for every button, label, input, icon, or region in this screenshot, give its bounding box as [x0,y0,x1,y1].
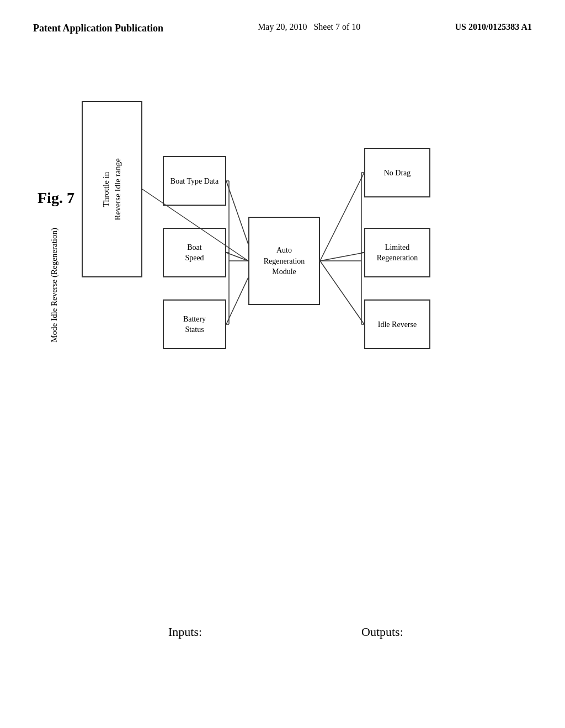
sheet-number: Sheet 7 of 10 [313,22,360,31]
no-drag-box: No Drag [364,148,430,197]
svg-line-4 [320,173,364,261]
outputs-label: Outputs: [361,625,403,639]
sheet-info: May 20, 2010 Sheet 7 of 10 [258,22,360,32]
throttle-box: Throttle in Reverse Idle range [82,101,142,277]
publication-title: Patent Application Publication [33,22,163,35]
battery-status-text: Battery Status [183,314,206,335]
idle-reverse-text: Idle Reverse [378,319,417,330]
limited-regen-box: Limited Regeneration [364,228,430,277]
svg-line-1 [226,181,248,244]
pub-date: May 20, 2010 [258,22,307,31]
svg-line-5 [320,253,364,261]
inputs-label: Inputs: [168,625,202,639]
limited-regen-text: Limited Regeneration [377,242,418,264]
boat-type-text: Boat Type Data [170,176,218,187]
boat-type-box: Boat Type Data [163,156,226,206]
svg-line-2 [226,253,248,261]
throttle-text: Throttle in Reverse Idle range [100,158,124,220]
boat-speed-box: Boat Speed [163,228,226,277]
battery-status-box: Battery Status [163,299,226,349]
no-drag-text: No Drag [384,168,411,179]
mode-label: Mode Idle Reverse (Regeneration) [50,228,59,342]
figure-content: Fig. 7 Throttle in Reverse Idle range Mo… [0,46,565,708]
svg-line-6 [320,261,364,324]
boat-speed-text: Boat Speed [185,242,204,264]
svg-line-8 [229,181,248,244]
patent-number: US 2010/0125383 A1 [455,22,532,32]
auto-regen-box: Auto Regeneration Module [248,217,320,305]
page-header: Patent Application Publication May 20, 2… [0,0,565,46]
auto-regen-text: Auto Regeneration Module [264,245,305,277]
idle-reverse-box: Idle Reverse [364,299,430,349]
figure-label: Fig. 7 [38,189,74,207]
svg-line-3 [226,277,248,324]
